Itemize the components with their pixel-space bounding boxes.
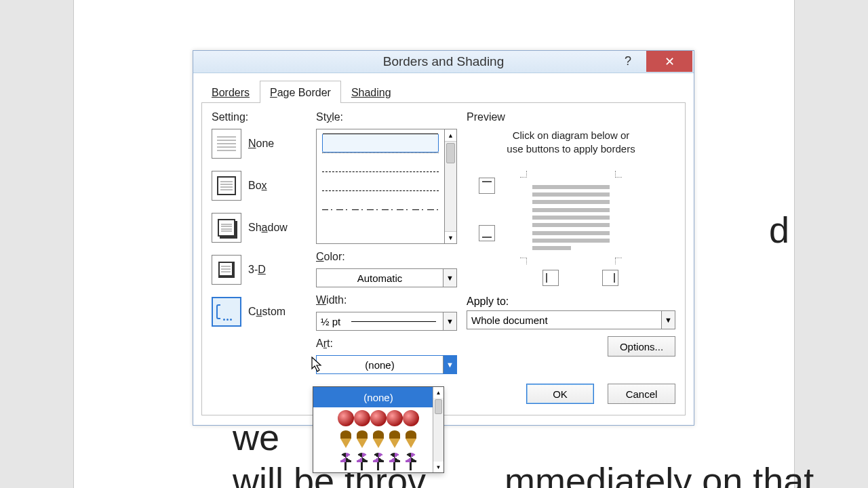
style-dotted[interactable]: [322, 152, 439, 171]
preview-diagram[interactable]: [467, 167, 675, 268]
help-icon: ?: [625, 54, 631, 68]
chevron-down-icon[interactable]: ▼: [443, 312, 456, 330]
style-dash-dot[interactable]: [322, 209, 439, 228]
style-list[interactable]: ▲ ▼: [316, 129, 457, 244]
tab-shading[interactable]: Shading: [341, 81, 401, 103]
chevron-down-icon[interactable]: ▼: [443, 269, 456, 287]
art-dropdown-list[interactable]: (none) ▲ ▼: [313, 386, 444, 473]
setting-box[interactable]: Box: [212, 171, 307, 201]
width-combo[interactable]: ½ pt ▼: [316, 312, 457, 331]
options-button[interactable]: Options...: [608, 336, 675, 357]
scroll-up-icon[interactable]: ▲: [433, 387, 443, 398]
style-label: Style:: [316, 111, 457, 123]
apply-to-combo[interactable]: Whole document ▼: [467, 310, 675, 329]
text-frag: d: [769, 209, 789, 250]
art-option-apples[interactable]: [313, 407, 443, 429]
borders-shading-dialog: Borders and Shading ? ✕ Borders Page Bor…: [193, 50, 694, 426]
dialog-body: Borders Page Border Shading Setting: Non…: [193, 73, 694, 425]
scroll-thumb[interactable]: [435, 399, 442, 414]
setting-3d[interactable]: 3-D: [212, 255, 307, 285]
cancel-button[interactable]: Cancel: [608, 384, 675, 404]
help-button[interactable]: ?: [614, 51, 642, 72]
style-dash-med[interactable]: [322, 190, 439, 209]
style-dash-small[interactable]: [322, 171, 439, 190]
scroll-up-icon[interactable]: ▲: [445, 129, 456, 142]
art-label: Art:: [316, 338, 457, 350]
border-left-button[interactable]: [542, 270, 559, 286]
setting-none[interactable]: None: [212, 129, 307, 159]
setting-shadow-label: Shadow: [248, 222, 288, 234]
border-top-button[interactable]: [479, 178, 495, 194]
scroll-down-icon[interactable]: ▼: [445, 231, 456, 243]
setting-custom-icon: [212, 297, 241, 327]
apply-to-label: Apply to:: [467, 296, 675, 308]
preview-column: Preview Click on diagram below or use bu…: [467, 111, 675, 404]
style-column: Style: ▲ ▼ Color:: [316, 111, 457, 404]
art-scrollbar[interactable]: ▲ ▼: [433, 387, 443, 472]
setting-3d-label: 3-D: [248, 264, 266, 276]
preview-label: Preview: [467, 111, 675, 123]
setting-label: Setting:: [212, 111, 307, 123]
art-option-icecream[interactable]: [313, 429, 443, 451]
chevron-down-icon[interactable]: ▼: [443, 356, 456, 373]
text-frag: mmediately on that: [505, 460, 814, 488]
style-solid[interactable]: [322, 134, 439, 152]
setting-none-label: None: [248, 138, 274, 150]
dialog-tabs: Borders Page Border Shading: [201, 80, 686, 103]
border-right-button[interactable]: [602, 270, 618, 286]
dialog-title: Borders and Shading: [383, 54, 505, 69]
setting-custom[interactable]: Custom: [212, 297, 307, 327]
dialog-button-row: OK Cancel: [467, 384, 675, 404]
art-combo[interactable]: (none) ▼: [316, 355, 457, 374]
width-preview-line: [351, 321, 436, 322]
tab-page-border[interactable]: Page Border: [260, 81, 341, 103]
tab-borders[interactable]: Borders: [201, 81, 260, 103]
setting-shadow-icon: [212, 213, 241, 243]
close-icon: ✕: [665, 54, 675, 69]
preview-page-icon[interactable]: [527, 178, 615, 258]
dialog-content: Setting: None Box Shadow 3-D: [201, 103, 686, 415]
color-combo[interactable]: Automatic ▼: [316, 268, 457, 287]
art-option-none[interactable]: (none): [313, 387, 443, 407]
dialog-titlebar[interactable]: Borders and Shading ? ✕: [193, 51, 694, 73]
scroll-thumb[interactable]: [446, 143, 455, 163]
setting-custom-label: Custom: [248, 306, 285, 318]
style-scrollbar[interactable]: ▲ ▼: [444, 129, 456, 243]
setting-none-icon: [212, 129, 241, 159]
setting-column: Setting: None Box Shadow 3-D: [212, 111, 307, 404]
color-label: Color:: [316, 251, 457, 263]
ok-button[interactable]: OK: [526, 384, 594, 404]
art-value: (none): [317, 359, 443, 371]
art-option-umbrellas[interactable]: [313, 451, 443, 472]
setting-box-label: Box: [248, 180, 267, 192]
setting-shadow[interactable]: Shadow: [212, 213, 307, 243]
width-label: Width:: [316, 294, 457, 306]
chevron-down-icon[interactable]: ▼: [661, 311, 675, 329]
width-value: ½ pt: [317, 316, 344, 327]
preview-hint: Click on diagram below or use buttons to…: [467, 129, 675, 156]
apply-to-value: Whole document: [467, 314, 661, 326]
setting-3d-icon: [212, 255, 241, 285]
color-value: Automatic: [317, 272, 443, 284]
scroll-down-icon[interactable]: ▼: [433, 462, 443, 472]
close-button[interactable]: ✕: [646, 51, 692, 72]
setting-box-icon: [212, 171, 241, 201]
border-bottom-button[interactable]: [479, 225, 495, 241]
